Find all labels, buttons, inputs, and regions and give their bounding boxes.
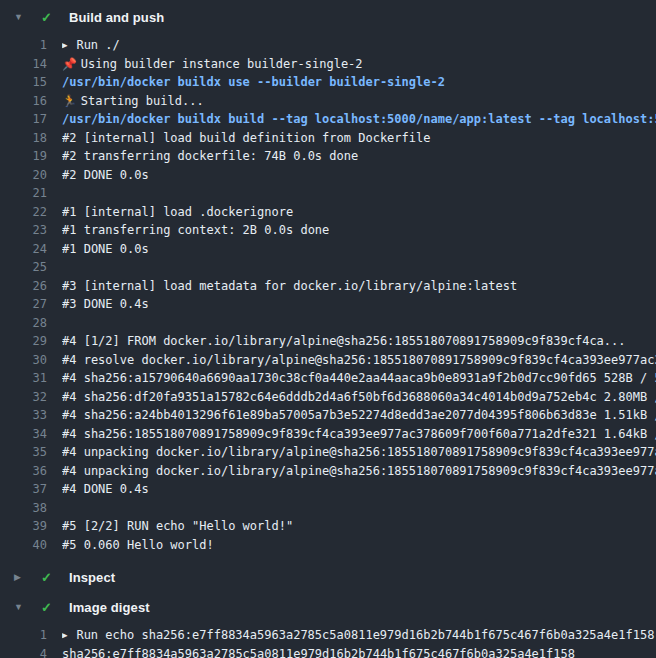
line-number[interactable]: 25: [0, 258, 47, 277]
line-number[interactable]: 26: [0, 277, 47, 296]
pushpin-icon: 📌: [62, 57, 81, 71]
line-number[interactable]: 19: [0, 147, 47, 166]
log-line: 28: [0, 314, 656, 333]
log-line: 22 #1 [internal] load .dockerignore: [0, 203, 656, 222]
section-header-inspect[interactable]: ▶ ✓ Inspect: [0, 562, 656, 592]
line-number[interactable]: 35: [0, 443, 47, 462]
log-line: 4 sha256:e7ff8834a5963a2785c5a0811e979d1…: [0, 645, 656, 658]
line-number[interactable]: 21: [0, 184, 47, 203]
section-inspect: ▶ ✓ Inspect: [0, 562, 656, 592]
line-content: #4 resolve docker.io/library/alpine@sha2…: [62, 351, 656, 370]
check-icon: ✓: [41, 571, 56, 584]
chevron-down-icon[interactable]: ▼: [14, 13, 25, 22]
line-number[interactable]: 1: [0, 36, 47, 55]
line-number[interactable]: 40: [0, 536, 47, 555]
log-line: 23 #1 transferring context: 2B 0.0s done: [0, 221, 656, 240]
log-line: 32 #4 sha256:df20fa9351a15782c64e6dddb2d…: [0, 388, 656, 407]
line-content: 🏃 Starting build...: [62, 92, 656, 111]
log-line: 25: [0, 258, 656, 277]
line-number[interactable]: 23: [0, 221, 47, 240]
line-number[interactable]: 37: [0, 480, 47, 499]
line-number[interactable]: 22: [0, 203, 47, 222]
line-content: #3 [internal] load metadata for docker.i…: [62, 277, 656, 296]
line-content: #2 DONE 0.0s: [62, 166, 656, 185]
log-line: 30 #4 resolve docker.io/library/alpine@s…: [0, 351, 656, 370]
log-line: 17 /usr/bin/docker buildx build --tag lo…: [0, 110, 656, 129]
line-content: #2 transferring dockerfile: 74B 0.0s don…: [62, 147, 656, 166]
line-number[interactable]: 4: [0, 645, 47, 658]
line-number[interactable]: 16: [0, 92, 47, 111]
line-content: #4 unpacking docker.io/library/alpine@sh…: [62, 462, 656, 481]
line-content: #4 sha256:185518070891758909c9f839cf4ca3…: [62, 425, 656, 444]
line-number[interactable]: 33: [0, 406, 47, 425]
log-line: 37 #4 DONE 0.4s: [0, 480, 656, 499]
log-lines: 1 ▶Run ./ 14 📌 Using builder instance bu…: [0, 32, 656, 562]
log-sections: ▼ ✓ Build and push 1 ▶Run ./ 14 📌 Using …: [0, 2, 656, 658]
line-number[interactable]: 18: [0, 129, 47, 148]
run-group-expander-icon[interactable]: ▶: [62, 36, 67, 55]
section-header-build-and-push[interactable]: ▼ ✓ Build and push: [0, 2, 656, 32]
log-line: 33 #4 sha256:a24bb4013296f61e89ba57005a7…: [0, 406, 656, 425]
line-number[interactable]: 24: [0, 240, 47, 259]
log-lines: 1 ▶Run echo sha256:e7ff8834a5963a2785c5a…: [0, 622, 656, 658]
line-content: [62, 184, 656, 203]
section-title: Inspect: [69, 570, 115, 585]
log-line: 35 #4 unpacking docker.io/library/alpine…: [0, 443, 656, 462]
log-line: 24 #1 DONE 0.0s: [0, 240, 656, 259]
log-line: 34 #4 sha256:185518070891758909c9f839cf4…: [0, 425, 656, 444]
line-content: ▶Run echo sha256:e7ff8834a5963a2785c5a08…: [62, 626, 656, 645]
check-icon: ✓: [41, 601, 56, 614]
line-content: #4 unpacking docker.io/library/alpine@sh…: [62, 443, 656, 462]
line-number[interactable]: 27: [0, 295, 47, 314]
line-content: #1 [internal] load .dockerignore: [62, 203, 656, 222]
chevron-right-icon[interactable]: ▶: [14, 573, 25, 582]
section-title: Image digest: [69, 600, 150, 615]
line-content: #4 DONE 0.4s: [62, 480, 656, 499]
line-number[interactable]: 36: [0, 462, 47, 481]
log-line: 14 📌 Using builder instance builder-sing…: [0, 55, 656, 74]
log-line: 16 🏃 Starting build...: [0, 92, 656, 111]
section-title: Build and push: [69, 10, 164, 25]
log-line: 39 #5 [2/2] RUN echo "Hello world!": [0, 517, 656, 536]
chevron-down-icon[interactable]: ▼: [14, 603, 25, 612]
log-line: 18 #2 [internal] load build definition f…: [0, 129, 656, 148]
line-number[interactable]: 32: [0, 388, 47, 407]
line-content: #5 0.060 Hello world!: [62, 536, 656, 555]
check-icon: ✓: [41, 11, 56, 24]
line-content: #4 sha256:a24bb4013296f61e89ba57005a7b3e…: [62, 406, 656, 425]
line-number[interactable]: 20: [0, 166, 47, 185]
line-number[interactable]: 15: [0, 73, 47, 92]
line-content: #4 sha256:a15790640a6690aa1730c38cf0a440…: [62, 369, 656, 388]
line-number[interactable]: 31: [0, 369, 47, 388]
line-number[interactable]: 29: [0, 332, 47, 351]
line-content: 📌 Using builder instance builder-single-…: [62, 55, 656, 74]
run-group-expander-icon[interactable]: ▶: [62, 626, 67, 645]
line-content: #1 transferring context: 2B 0.0s done: [62, 221, 656, 240]
line-content: [62, 499, 656, 518]
log-line: 26 #3 [internal] load metadata for docke…: [0, 277, 656, 296]
log-line: 15 /usr/bin/docker buildx use --builder …: [0, 73, 656, 92]
log-line: 31 #4 sha256:a15790640a6690aa1730c38cf0a…: [0, 369, 656, 388]
line-number[interactable]: 28: [0, 314, 47, 333]
line-content: #5 [2/2] RUN echo "Hello world!": [62, 517, 656, 536]
log-line: 20 #2 DONE 0.0s: [0, 166, 656, 185]
section-header-image-digest[interactable]: ▼ ✓ Image digest: [0, 592, 656, 622]
line-number[interactable]: 39: [0, 517, 47, 536]
line-content: #4 [1/2] FROM docker.io/library/alpine@s…: [62, 332, 656, 351]
line-number[interactable]: 14: [0, 55, 47, 74]
log-line: 1 ▶Run echo sha256:e7ff8834a5963a2785c5a…: [0, 626, 656, 645]
line-content: #4 sha256:df20fa9351a15782c64e6dddb2d4a6…: [62, 388, 656, 407]
line-number[interactable]: 17: [0, 110, 47, 129]
line-content: #2 [internal] load build definition from…: [62, 129, 656, 148]
line-content: #3 DONE 0.4s: [62, 295, 656, 314]
line-content: sha256:e7ff8834a5963a2785c5a0811e979d16b…: [62, 645, 656, 658]
log-line: 36 #4 unpacking docker.io/library/alpine…: [0, 462, 656, 481]
line-content: /usr/bin/docker buildx use --builder bui…: [62, 73, 656, 92]
line-content: [62, 258, 656, 277]
section-build-and-push: ▼ ✓ Build and push 1 ▶Run ./ 14 📌 Using …: [0, 2, 656, 562]
line-number[interactable]: 38: [0, 499, 47, 518]
log-line: 27 #3 DONE 0.4s: [0, 295, 656, 314]
line-number[interactable]: 1: [0, 626, 47, 645]
line-number[interactable]: 34: [0, 425, 47, 444]
line-number[interactable]: 30: [0, 351, 47, 370]
